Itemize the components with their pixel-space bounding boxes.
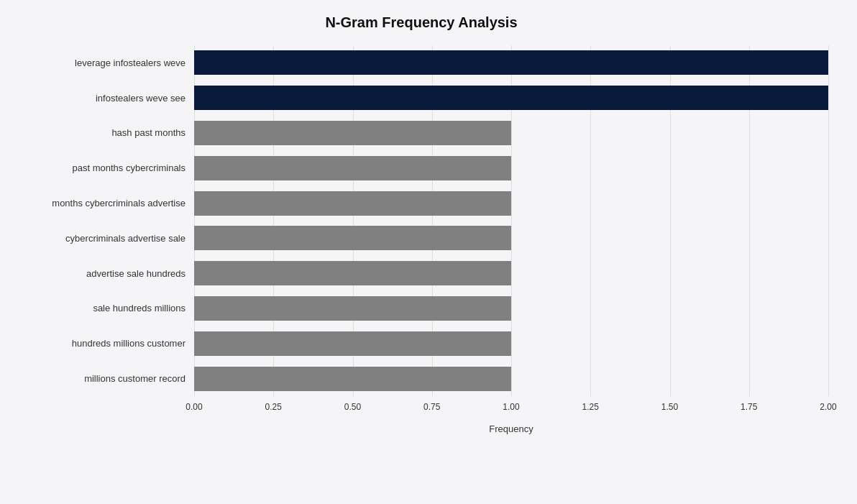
bar-label: sale hundreds millions — [14, 303, 194, 313]
bar-fill — [194, 50, 828, 75]
bar-label: millions customer record — [14, 373, 194, 384]
bar-fill — [194, 121, 511, 145]
x-axis-labels: 0.000.250.500.751.001.251.501.752.00 — [194, 402, 828, 423]
chart-container: N-Gram Frequency Analysis leverage infos… — [0, 0, 857, 504]
bar-fill — [194, 156, 511, 180]
bar-track — [194, 226, 828, 250]
bar-row: cybercriminals advertise sale — [14, 221, 828, 256]
x-tick-label: 0.00 — [185, 402, 202, 412]
x-tick-label: 1.75 — [741, 402, 757, 412]
bar-row: sale hundreds millions — [14, 291, 828, 326]
bar-label: hundreds millions customer — [14, 338, 194, 349]
bar-track — [194, 121, 828, 145]
bar-track — [194, 191, 828, 216]
x-tick-label: 0.25 — [265, 402, 282, 412]
bar-label: leverage infostealers weve — [14, 58, 194, 68]
bar-track — [194, 296, 828, 321]
bar-track — [194, 331, 828, 356]
bar-track — [194, 156, 828, 180]
bar-row: hundreds millions customer — [14, 326, 828, 361]
x-tick-label: 1.50 — [661, 402, 678, 412]
x-tick-label: 0.75 — [423, 402, 440, 412]
bar-label: advertise sale hundreds — [14, 268, 194, 279]
bar-label: cybercriminals advertise sale — [14, 233, 194, 244]
bar-track — [194, 50, 828, 75]
bar-track — [194, 261, 828, 285]
bar-fill — [194, 331, 511, 356]
bar-label: infostealers weve see — [14, 93, 194, 104]
bar-fill — [194, 367, 511, 391]
x-tick-label: 1.00 — [503, 402, 519, 412]
bar-track — [194, 86, 828, 110]
bar-label: hash past months — [14, 127, 194, 138]
bar-fill — [194, 191, 511, 216]
bar-label: past months cybercriminals — [14, 162, 194, 173]
x-axis-title: Frequency — [194, 423, 828, 434]
bar-fill — [194, 296, 511, 321]
x-tick-label: 2.00 — [820, 402, 836, 412]
bar-row: hash past months — [14, 116, 828, 151]
chart-area: leverage infostealers weveinfostealers w… — [14, 45, 828, 434]
x-tick-label: 0.50 — [344, 402, 361, 412]
x-axis-title-row: Frequency — [14, 423, 828, 434]
bar-row: leverage infostealers weve — [14, 45, 828, 81]
grid-line — [828, 45, 829, 396]
x-axis-spacer — [14, 402, 194, 423]
bar-row: advertise sale hundreds — [14, 256, 828, 291]
chart-title: N-Gram Frequency Analysis — [14, 14, 828, 31]
x-axis-area: 0.000.250.500.751.001.251.501.752.00 — [14, 402, 828, 423]
bar-fill — [194, 261, 511, 285]
bar-fill — [194, 226, 511, 250]
x-tick-label: 1.25 — [582, 402, 599, 412]
bar-row: past months cybercriminals — [14, 150, 828, 185]
bar-label: months cybercriminals advertise — [14, 198, 194, 209]
bar-row: infostealers weve see — [14, 81, 828, 116]
bars-section: leverage infostealers weveinfostealers w… — [14, 45, 828, 396]
bar-row: months cybercriminals advertise — [14, 185, 828, 221]
bar-track — [194, 367, 828, 391]
bar-fill — [194, 86, 828, 110]
bar-row: millions customer record — [14, 361, 828, 396]
